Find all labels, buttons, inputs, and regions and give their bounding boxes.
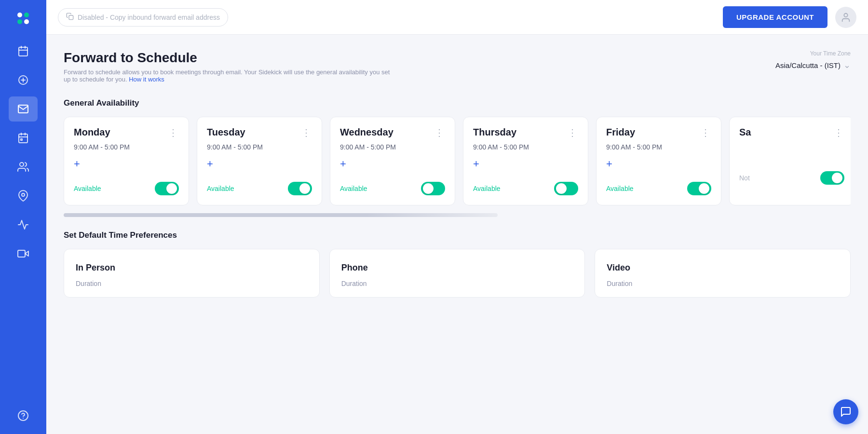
sidebar-item-location[interactable] xyxy=(9,183,38,208)
day-footer: Available xyxy=(606,182,711,195)
day-card-header: Friday ⋮ xyxy=(606,127,711,138)
add-time-button[interactable]: + xyxy=(606,158,612,170)
day-card-thursday: Thursday ⋮ 9:00 AM - 5:00 PM + Available xyxy=(463,117,588,205)
day-card-friday: Friday ⋮ 9:00 AM - 5:00 PM + Available xyxy=(596,117,721,205)
sidebar-item-calendar2[interactable] xyxy=(9,125,38,150)
more-menu-icon[interactable]: ⋮ xyxy=(168,127,179,138)
day-footer: Available xyxy=(207,182,312,195)
more-menu-icon[interactable]: ⋮ xyxy=(568,127,578,138)
add-time-button[interactable]: + xyxy=(473,158,479,170)
toggle-knob xyxy=(299,183,310,194)
day-time: 9:00 AM - 5:00 PM xyxy=(74,143,179,151)
sidebar-item-video[interactable] xyxy=(9,241,38,266)
sidebar-item-calendar[interactable] xyxy=(9,39,38,64)
user-avatar[interactable] xyxy=(835,7,856,28)
svg-point-19 xyxy=(844,13,847,16)
sidebar-item-add[interactable] xyxy=(9,68,38,93)
sidebar-item-help[interactable] xyxy=(9,403,38,428)
email-pill[interactable]: Disabled - Copy inbound forward email ad… xyxy=(58,8,228,27)
pref-card-duration-label: Duration xyxy=(341,280,573,287)
svg-point-13 xyxy=(22,193,25,196)
chat-bubble[interactable] xyxy=(833,399,858,424)
available-label: Available xyxy=(340,185,367,192)
page-title: Forward to Schedule xyxy=(64,50,392,66)
email-text: Disabled - Copy inbound forward email ad… xyxy=(78,14,220,21)
scroll-indicator xyxy=(64,213,498,217)
more-menu-icon[interactable]: ⋮ xyxy=(834,127,844,138)
toggle-knob xyxy=(423,183,434,194)
timezone-block: Your Time Zone Asia/Calcutta - (IST) ⌄ xyxy=(745,50,851,70)
sidebar-item-group[interactable] xyxy=(9,154,38,179)
day-name: Tuesday xyxy=(207,127,245,138)
page-subtitle: Forward to schedule allows you to book m… xyxy=(64,68,392,83)
day-footer: Available xyxy=(340,182,445,195)
day-card-tuesday: Tuesday ⋮ 9:00 AM - 5:00 PM + Available xyxy=(197,117,322,205)
day-footer: Not xyxy=(739,171,844,185)
preferences-header: Set Default Time Preferences xyxy=(64,231,851,240)
day-time: 9:00 AM - 5:00 PM xyxy=(340,143,445,151)
available-label: Available xyxy=(207,185,234,192)
pref-card-in-person: In Person Duration xyxy=(64,249,320,298)
day-time: 9:00 AM - 5:00 PM xyxy=(207,143,312,151)
add-time-button[interactable]: + xyxy=(340,158,346,170)
sidebar-item-email[interactable] xyxy=(9,96,38,122)
day-name: Thursday xyxy=(473,127,516,138)
svg-marker-14 xyxy=(25,251,28,256)
upgrade-button[interactable]: UPGRADE ACCOUNT xyxy=(723,6,827,28)
availability-toggle[interactable] xyxy=(687,182,711,195)
logo[interactable] xyxy=(11,6,36,31)
availability-cards-wrapper: Monday ⋮ 9:00 AM - 5:00 PM + Available T… xyxy=(64,117,851,217)
svg-rect-7 xyxy=(19,134,27,143)
availability-toggle[interactable] xyxy=(421,182,445,195)
pref-card-duration-label: Duration xyxy=(607,280,839,287)
day-card-header: Monday ⋮ xyxy=(74,127,179,138)
add-time-button[interactable]: + xyxy=(207,158,213,170)
toggle-knob xyxy=(166,183,177,194)
day-name: Monday xyxy=(74,127,110,138)
more-menu-icon[interactable]: ⋮ xyxy=(434,127,445,138)
timezone-select[interactable]: Asia/Calcutta - (IST) ⌄ xyxy=(745,60,851,70)
copy-icon xyxy=(66,13,74,22)
available-label: Available xyxy=(74,185,101,192)
page-header: Forward to Schedule Forward to schedule … xyxy=(64,50,851,83)
availability-toggle[interactable] xyxy=(820,171,844,185)
svg-rect-15 xyxy=(18,250,25,257)
availability-toggle[interactable] xyxy=(155,182,179,195)
day-card-header: Thursday ⋮ xyxy=(473,127,578,138)
sidebar xyxy=(0,0,46,434)
topbar: Disabled - Copy inbound forward email ad… xyxy=(46,0,868,35)
more-menu-icon[interactable]: ⋮ xyxy=(701,127,711,138)
general-availability-header: General Availability xyxy=(64,98,851,108)
day-name: Wednesday xyxy=(340,127,393,138)
pref-card-title: Phone xyxy=(341,263,573,273)
sidebar-item-analytics[interactable] xyxy=(9,212,38,237)
not-label: Not xyxy=(739,174,750,182)
svg-rect-18 xyxy=(69,15,73,20)
main-content: Disabled - Copy inbound forward email ad… xyxy=(46,0,868,434)
toggle-knob xyxy=(832,173,842,183)
timezone-label: Your Time Zone xyxy=(745,50,851,57)
add-time-button[interactable]: + xyxy=(74,158,80,170)
available-label: Available xyxy=(473,185,501,192)
day-name: Friday xyxy=(606,127,635,138)
preferences-section: Set Default Time Preferences In Person D… xyxy=(64,231,851,298)
day-card-header: Wednesday ⋮ xyxy=(340,127,445,138)
svg-rect-11 xyxy=(21,139,22,140)
page-title-block: Forward to Schedule Forward to schedule … xyxy=(64,50,392,83)
availability-toggle[interactable] xyxy=(288,182,312,195)
svg-rect-0 xyxy=(19,47,27,56)
day-name: Sa xyxy=(739,127,751,138)
day-card-header: Sa ⋮ xyxy=(739,127,844,138)
more-menu-icon[interactable]: ⋮ xyxy=(301,127,312,138)
how-it-works-link[interactable]: How it works xyxy=(129,76,164,83)
pref-card-phone: Phone Duration xyxy=(329,249,585,298)
day-time: 9:00 AM - 5:00 PM xyxy=(606,143,711,151)
day-footer: Available xyxy=(74,182,179,195)
content-area: Forward to Schedule Forward to schedule … xyxy=(46,35,868,434)
day-card-header: Tuesday ⋮ xyxy=(207,127,312,138)
svg-point-12 xyxy=(20,163,24,166)
toggle-knob xyxy=(556,183,567,194)
availability-cards-scroll[interactable]: Monday ⋮ 9:00 AM - 5:00 PM + Available T… xyxy=(64,117,851,211)
preference-cards: In Person Duration Phone Duration Video … xyxy=(64,249,851,298)
availability-toggle[interactable] xyxy=(554,182,578,195)
